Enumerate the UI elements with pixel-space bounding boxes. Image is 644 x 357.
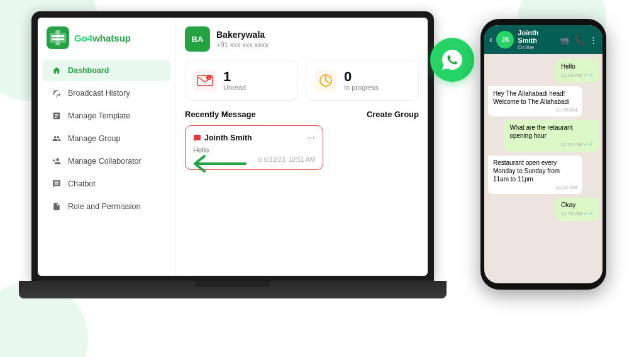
role-icon — [52, 201, 62, 212]
unread-stat-card: ! 1 Unread — [185, 60, 298, 101]
whatsapp-circle — [430, 38, 474, 82]
sidebar-item-dashboard[interactable]: Dashboard — [43, 60, 170, 81]
stats-row: ! 1 Unread — [185, 60, 419, 101]
template-label: Manage Template — [68, 111, 130, 120]
msg-ticks-2: ✓✓ — [584, 141, 594, 147]
svg-text:!: ! — [208, 76, 209, 80]
user-name: Bakerywala — [216, 29, 269, 40]
svg-rect-2 — [55, 30, 60, 45]
template-icon — [52, 111, 62, 121]
message-bubble-1: Hey The Allahabadi head! Welcome to The … — [488, 86, 582, 116]
collaborator-label: Manage Collaborator — [68, 157, 142, 166]
phone-screen: ‹ JS Jointh Smith Online 📹 📞 ⋮ Hello 11:… — [484, 25, 602, 283]
message-bubble-2: What are the retaurant opening hour 11:0… — [504, 120, 599, 152]
whatsapp-svg — [440, 47, 465, 72]
inprogress-number: 0 — [344, 70, 379, 84]
laptop-body: Go4whatsup Dashboard — [31, 11, 434, 282]
message-bubble-0: Hello 11:00 AM ✓✓ — [556, 59, 599, 82]
phone-body: ‹ JS Jointh Smith Online 📹 📞 ⋮ Hello 11:… — [480, 19, 606, 290]
phone-actions: 📹 📞 ⋮ — [559, 35, 597, 45]
phone-contact-name: Jointh Smith — [518, 29, 555, 44]
msg-text-0: Hello — [561, 62, 594, 71]
user-avatar: BA — [185, 26, 210, 52]
msg-text-3: Restaurant open every Monday to Sunday f… — [493, 159, 577, 183]
phone-header: ‹ JS Jointh Smith Online 📹 📞 ⋮ — [484, 25, 602, 54]
unread-number: 1 — [223, 70, 246, 84]
message-card-header: Jointh Smith ··· — [193, 132, 315, 144]
dashboard-label: Dashboard — [68, 66, 109, 75]
msg-text-1: Hey The Allahabadi head! Welcome to The … — [493, 89, 577, 106]
phone-contact-avatar: JS — [496, 31, 514, 48]
phone-contact-status: Online — [518, 44, 555, 50]
video-call-icon[interactable]: 📹 — [559, 35, 569, 45]
logo-prefix: Go4 — [74, 33, 92, 43]
svg-rect-1 — [50, 33, 55, 43]
sidebar: Go4whatsup Dashboard — [38, 18, 176, 276]
app-layout: Go4whatsup Dashboard — [38, 18, 428, 276]
inprogress-icon-wrap — [314, 69, 338, 93]
laptop-screen: Go4whatsup Dashboard — [38, 18, 428, 276]
msg-time-1: 11:00 AM — [493, 107, 577, 113]
clock-icon — [314, 69, 337, 92]
user-phone: +91 xxx xxx xxxx — [216, 40, 269, 49]
unread-stat-text: 1 Unread — [223, 70, 246, 91]
svg-rect-5 — [52, 38, 64, 40]
svg-rect-3 — [61, 33, 66, 43]
msg-ticks-0: ✓✓ — [584, 72, 594, 78]
logo-area: Go4whatsup — [38, 26, 175, 59]
broadcast-label: Broadcast History — [68, 89, 130, 98]
msg-time-4: 11:03 AM ✓✓ — [561, 210, 594, 218]
more-options-icon[interactable]: ⋮ — [589, 35, 597, 45]
user-bar: BA Bakerywala +91 xxx xxx xxxx — [185, 26, 419, 52]
phone-wrapper: ‹ JS Jointh Smith Online 📹 📞 ⋮ Hello 11:… — [480, 19, 606, 290]
back-arrow-icon: ‹ — [489, 34, 492, 45]
msg-time-2: 11:01 AM ✓✓ — [509, 141, 594, 149]
msg-time-0: 11:00 AM ✓✓ — [561, 72, 594, 79]
chatbot-icon — [52, 179, 62, 189]
msg-ticks-4: ✓✓ — [584, 210, 594, 217]
logo-text: Go4whatsup — [74, 33, 131, 43]
recent-message-title: Recently Message — [185, 110, 256, 119]
message-sender: Jointh Smith — [193, 133, 252, 142]
main-content: BA Bakerywala +91 xxx xxx xxxx — [176, 18, 428, 276]
message-bubble-4: Okay 11:03 AM ✓✓ — [556, 198, 599, 221]
home-icon — [52, 65, 62, 76]
user-info: Bakerywala +91 xxx xxx xxxx — [216, 29, 269, 49]
svg-rect-4 — [52, 35, 64, 37]
unread-label: Unread — [223, 84, 246, 91]
sidebar-item-chatbot[interactable]: Chatbot — [43, 173, 170, 195]
sidebar-item-group[interactable]: Manage Group — [43, 128, 170, 149]
email-icon: ! — [194, 69, 216, 92]
arrow-svg — [189, 151, 252, 176]
message-dots-button[interactable]: ··· — [307, 132, 315, 144]
sidebar-item-role[interactable]: Role and Permission — [43, 196, 170, 217]
inprogress-stat-card: 0 In progress — [306, 60, 419, 101]
sender-name: Jointh Smith — [204, 133, 252, 142]
logo-icon — [47, 26, 69, 49]
whatsapp-icon-wrap — [430, 38, 474, 82]
group-label: Manage Group — [68, 134, 120, 143]
arrow-wrap — [189, 151, 252, 179]
chatbot-label: Chatbot — [68, 179, 96, 188]
role-label: Role and Permission — [68, 202, 140, 211]
create-group-title: Create Group — [367, 110, 419, 119]
unread-icon-wrap: ! — [193, 69, 217, 93]
phone-contact-info: Jointh Smith Online — [518, 29, 555, 50]
collaborator-icon — [52, 156, 62, 166]
sidebar-item-broadcast[interactable]: Broadcast History — [43, 82, 170, 104]
phone-call-icon[interactable]: 📞 — [574, 35, 584, 45]
group-icon — [52, 133, 62, 144]
logo-suffix: whatsup — [92, 33, 131, 43]
msg-text-4: Okay — [561, 201, 594, 209]
inprogress-stat-text: 0 In progress — [344, 70, 379, 91]
sidebar-item-template[interactable]: Manage Template — [43, 105, 170, 127]
section-row: Recently Message Create Group — [185, 110, 419, 119]
chat-icon — [193, 134, 201, 142]
msg-time-3: 11:02 AM — [493, 184, 577, 191]
laptop-base — [19, 281, 447, 298]
sidebar-item-collaborator[interactable]: Manage Collaborator — [43, 150, 170, 172]
message-bubble-3: Restaurant open every Monday to Sunday f… — [488, 156, 582, 194]
msg-text-2: What are the retaurant opening hour — [509, 123, 594, 140]
inprogress-label: In progress — [344, 84, 379, 91]
broadcast-icon — [52, 88, 62, 98]
